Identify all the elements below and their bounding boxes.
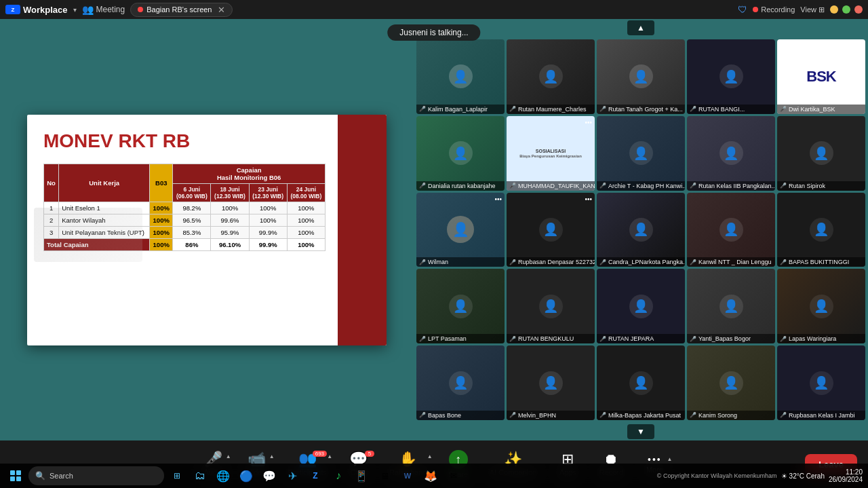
participant-tile[interactable]: 👤 🎤 Candra_LPNarkota Pangka... (597, 193, 685, 267)
participant-tile[interactable]: 👤 🎤 RUTAN BANGI... (687, 39, 775, 114)
mic-icon: 🎤 (780, 412, 787, 418)
participant-tile[interactable]: 👤 🎤 Archie T - Kabag PH Kanwi... (597, 116, 685, 191)
tile-name: 🎤 Archie T - Kabag PH Kanwi... (597, 181, 685, 191)
stop-share-button[interactable]: ✕ (218, 5, 225, 15)
participant-tile[interactable]: 👤 🎤 Kanim Sorong (687, 345, 775, 420)
share-dot (138, 7, 143, 12)
minimize-button[interactable] (830, 5, 838, 14)
participant-tile[interactable]: 👤 🎤 Melvin_BPHN (507, 345, 595, 420)
mic-icon: 🎤 (419, 183, 426, 189)
th-no: No (44, 164, 59, 202)
scroll-down-button[interactable]: ▼ (627, 424, 654, 439)
participant-tile[interactable]: 👤 🎤 RUTAN JEPARA (597, 269, 685, 343)
participants-rows: 👤 🎤 Kalim Bagan_Laplapir 👤 (416, 22, 865, 438)
security-icon: 🛡 (738, 4, 747, 15)
tile-video: 👤 (687, 193, 775, 267)
th-date3: 23 Juni(12.30 WIB) (249, 184, 287, 202)
participant-tile[interactable]: 👤 🎤 Rutan Maumere_Charles (507, 39, 595, 114)
participant-tile[interactable]: 👤 🎤 Rutan Kelas IIB Pangkalan... (687, 116, 775, 191)
participant-tile[interactable]: 👤 ••• 🎤 Rupbasan Denpasar 522732 (507, 193, 595, 267)
tile-video: 👤 (687, 39, 775, 114)
tile-name: 🎤 RUTAN JEPARA (597, 334, 685, 343)
cell-v3: 99.9% (249, 227, 287, 239)
view-button[interactable]: View ⊞ (800, 5, 825, 14)
tile-video: 👤 (416, 116, 505, 191)
taskbar-search[interactable]: 🔍 Search (28, 466, 164, 485)
app-title: Workplace (23, 5, 68, 15)
taskbar-word-icon[interactable]: W (397, 466, 418, 486)
windows-logo (10, 470, 21, 481)
search-text: Search (50, 472, 73, 480)
participant-tile[interactable]: 👤 🎤 Kalim Bagan_Laplapir (416, 39, 505, 114)
mic-icon: 🎤 (509, 412, 516, 418)
tile-name: 🎤 Melvin_BPHN (507, 411, 595, 420)
total-v1: 86% (173, 239, 211, 251)
taskbar-wa-icon[interactable]: 📱 (351, 466, 372, 486)
tile-more-icon[interactable]: ••• (494, 195, 502, 203)
tile-video: 👤 (777, 193, 865, 267)
participant-tile[interactable]: 👤 🎤 Danialia rutan kabanjahe (416, 116, 505, 191)
mic-icon: 🎤 (419, 106, 426, 112)
taskbar-discord-icon[interactable]: 💬 (259, 466, 279, 486)
tile-more-icon[interactable]: ••• (585, 119, 592, 126)
tile-more-icon[interactable]: ••• (585, 195, 592, 203)
cell-v1: 85.3% (173, 227, 211, 239)
screen-share-label: Bagian RB's screen (146, 5, 212, 14)
taskbar-edge-icon[interactable]: 🌐 (213, 466, 233, 486)
cell-v3: 100% (249, 214, 287, 227)
slide-bg-image (34, 208, 142, 262)
participant-tile[interactable]: 👤 ••• 🎤 Wilman (416, 193, 505, 267)
maximize-button[interactable] (842, 5, 850, 14)
tile-video: 👤 (507, 39, 595, 114)
mic-icon: 🎤 (509, 336, 516, 342)
participant-tile[interactable]: 👤 🎤 Kanwil NTT _ Dian Lenggu (687, 193, 775, 267)
chat-badge: 5 (365, 451, 374, 457)
cell-v2: 99.6% (211, 214, 249, 227)
cell-b03: 100% (150, 202, 173, 214)
participant-tile[interactable]: 👤 🎤 Bapas Bone (416, 345, 505, 420)
date-display: 26/09/2024 (829, 476, 863, 483)
close-button[interactable] (854, 5, 863, 14)
participant-tile[interactable]: 👤 🎤 Lapas Waringiara (777, 269, 865, 343)
tile-video: 👤 (416, 193, 505, 267)
cell-b03: 100% (150, 214, 173, 227)
slide-container: MONEV RKT RB No Unit Kerja B03 CapaianHa… (27, 115, 387, 345)
participant-tile[interactable]: 👤 🎤 RUTAN BENGKULU (507, 269, 595, 343)
start-button[interactable] (5, 466, 26, 486)
participant-tile[interactable]: 👤 🎤 Yanti_Bapas Bogor (687, 269, 775, 343)
participant-row: 👤 🎤 Kalim Bagan_Laplapir 👤 (416, 39, 865, 114)
taskbar-apps-icon: ⊞ (167, 466, 187, 486)
mic-icon: 🎤 (780, 106, 787, 112)
scroll-up-button[interactable]: ▲ (627, 20, 654, 35)
tile-name: 🎤 Yanti_Bapas Bogor (687, 334, 775, 343)
participant-tile[interactable]: 👤 🎤 LPT Pasaman (416, 269, 505, 343)
zoom-icon: Z (5, 5, 20, 14)
participant-tile-bsk[interactable]: BSK 🎤 Dwi Kartika_BSK (777, 39, 865, 114)
top-right-controls: 🛡 Recording View ⊞ (738, 4, 863, 15)
taskbar-extra-icon[interactable]: 🖥 (374, 466, 395, 486)
taskbar-spotify-icon[interactable]: ♪ (328, 466, 349, 486)
participant-tile[interactable]: 👤 🎤 Rupbasan Kelas I Jambi (777, 345, 865, 420)
taskbar-zoom-icon[interactable]: Z (305, 466, 326, 486)
cell-v2: 95.9% (211, 227, 249, 239)
taskbar-chrome-icon[interactable]: 🔵 (236, 466, 256, 486)
participant-tile[interactable]: 👤 🎤 BAPAS BUKITTINGGI (777, 193, 865, 267)
taskbar-explorer-icon[interactable]: 🗂 (190, 466, 210, 486)
tile-video: 👤 (416, 39, 505, 114)
tile-name: 🎤 Kanwil NTT _ Dian Lenggu (687, 257, 775, 267)
participant-row: 👤 ••• 🎤 Wilman 👤 ••• (416, 193, 865, 267)
taskbar-mail-icon[interactable]: ✉ (443, 466, 464, 486)
time-display: 11:20 (846, 468, 863, 476)
participant-tile[interactable]: 👤 🎤 Milka-Bapas Jakarta Pusat (597, 345, 685, 420)
more-icon: ••• (648, 455, 662, 464)
taskbar-telegram-icon[interactable]: ✈ (282, 466, 302, 486)
participant-tile[interactable]: 👤 🎤 Rutan Sipirok (777, 116, 865, 191)
participant-tile[interactable]: SOSIALISASIBiaya Pengurusan Keimigrasian… (507, 116, 595, 191)
weather-widget: ☀ 32°C Cerah (781, 472, 825, 480)
tile-name: 🎤 Wilman (416, 257, 505, 267)
tile-name: 🎤 Milka-Bapas Jakarta Pusat (597, 411, 685, 420)
app-chevron-icon[interactable]: ▾ (73, 6, 77, 14)
participant-tile[interactable]: 👤 🎤 Rutan Tanah Grogot + Ka... (597, 39, 685, 114)
th-unit-kerja: Unit Kerja (59, 164, 150, 202)
taskbar-ff-icon[interactable]: 🦊 (420, 466, 441, 486)
